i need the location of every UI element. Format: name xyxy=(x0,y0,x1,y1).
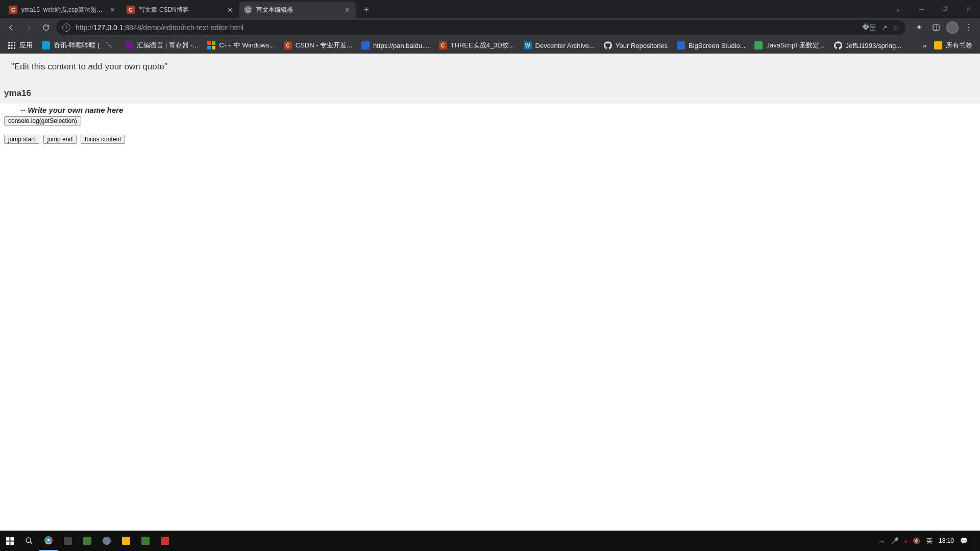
svg-rect-5 xyxy=(14,42,15,43)
bookmark-item[interactable]: CTHREE实战4_3D纹... xyxy=(435,39,518,52)
chevron-right-icon: » xyxy=(923,42,926,49)
tab-1[interactable]: C 写文章-CSDN博客 ✕ xyxy=(121,2,239,18)
close-tab-icon[interactable]: ✕ xyxy=(343,6,351,14)
site-info-icon[interactable]: i xyxy=(62,23,70,32)
start-button[interactable] xyxy=(0,531,19,551)
bookmark-label: BigScreen Studio... xyxy=(689,42,745,49)
taskbar-app[interactable] xyxy=(136,531,155,551)
console-log-button[interactable]: console.log(getSelection) xyxy=(4,116,81,126)
forward-button[interactable] xyxy=(21,20,36,35)
bookmark-label: 应用 xyxy=(19,41,33,50)
jump-start-button[interactable]: jump start xyxy=(4,135,39,144)
apps-icon xyxy=(8,41,16,49)
bookmark-item[interactable]: 汇编语言 | 寄存器 -... xyxy=(121,39,202,52)
search-button[interactable] xyxy=(19,531,39,551)
svg-line-21 xyxy=(30,542,32,544)
svg-rect-10 xyxy=(11,47,13,49)
show-desktop-button[interactable] xyxy=(974,531,977,551)
svg-rect-9 xyxy=(8,47,10,49)
bookmark-item[interactable]: JeffLi1993/spring... xyxy=(830,39,905,52)
bookmark-label: CSDN - 专业开发... xyxy=(296,41,352,50)
favicon-icon: C xyxy=(127,6,135,14)
close-tab-icon[interactable]: ✕ xyxy=(108,6,116,14)
toolbar-right: ✦ ⋮ xyxy=(912,20,976,35)
svg-rect-3 xyxy=(8,42,10,43)
bookmark-label: 资讯-哔哩哔哩 ( ゜-... xyxy=(54,41,116,50)
svg-rect-19 xyxy=(10,541,14,545)
bookmark-label: C++ 中 Windows... xyxy=(219,41,274,50)
tray-chevron-icon[interactable]: ︿ xyxy=(879,537,885,545)
new-tab-button[interactable]: + xyxy=(359,3,374,17)
bookmark-star-icon[interactable]: ☆ xyxy=(893,23,899,32)
taskbar-app[interactable] xyxy=(155,531,175,551)
window-minimize-button[interactable]: — xyxy=(910,2,933,17)
quote-text[interactable]: "Edit this content to add your own quote… xyxy=(11,62,969,72)
editable-region[interactable]: "Edit this content to add your own quote… xyxy=(0,54,980,78)
share-icon[interactable]: ↗ xyxy=(881,23,888,32)
author-name[interactable]: yma16 xyxy=(0,86,980,98)
tab-search-icon[interactable]: ⌄ xyxy=(886,2,910,17)
taskbar-app-explorer[interactable] xyxy=(116,531,136,551)
url-text: http://127.0.0.1:8848/demo/editor/rich-t… xyxy=(76,23,857,32)
close-tab-icon[interactable]: ✕ xyxy=(226,6,234,14)
ime-indicator[interactable]: 英 xyxy=(926,537,933,545)
profile-avatar[interactable] xyxy=(946,21,959,34)
translate-icon[interactable]: �문 xyxy=(862,23,876,32)
tab-0[interactable]: C yma16_web站点,csp算法题目,C... ✕ xyxy=(4,2,121,18)
taskbar-app[interactable] xyxy=(97,531,116,551)
bookmark-label: https://pan.baidu.... xyxy=(373,42,430,49)
address-bar[interactable]: i http://127.0.0.1:8848/demo/editor/rich… xyxy=(56,20,905,35)
bookmark-item[interactable]: 资讯-哔哩哔哩 ( ゜-... xyxy=(38,39,119,52)
bookmark-icon xyxy=(754,41,763,49)
name-placeholder[interactable]: -- Write your own name here xyxy=(0,104,980,115)
tab-2[interactable]: 富文本编辑器 ✕ xyxy=(239,2,356,18)
notifications-icon[interactable]: 💬 xyxy=(960,537,968,544)
sidepanel-icon[interactable] xyxy=(929,20,943,35)
back-button[interactable] xyxy=(4,20,18,35)
reload-button[interactable] xyxy=(39,20,53,35)
author-region: yma16 xyxy=(0,78,980,104)
bookmark-item[interactable]: Your Repositories xyxy=(600,39,671,52)
tray-icon[interactable]: ⬥ xyxy=(904,537,908,544)
bookmark-icon xyxy=(677,41,685,49)
jump-end-button[interactable]: jump end xyxy=(43,135,77,144)
bookmark-item[interactable]: C++ 中 Windows... xyxy=(204,39,278,52)
bookmark-item[interactable]: WDevcenter Archive... xyxy=(520,39,598,52)
microphone-icon[interactable]: 🎤 xyxy=(891,537,899,544)
url-scheme: http:// xyxy=(76,23,93,32)
bookmarks-overflow[interactable]: » xyxy=(921,40,928,52)
bookmark-item[interactable]: https://pan.baidu.... xyxy=(358,39,433,52)
bookmark-item[interactable]: JavaScript 函数定... xyxy=(751,39,828,52)
taskbar-app[interactable] xyxy=(58,531,78,551)
menu-icon[interactable]: ⋮ xyxy=(962,20,976,35)
window-close-button[interactable]: ✕ xyxy=(957,2,980,17)
window-controls: ⌄ — ❐ ✕ xyxy=(886,0,980,18)
svg-rect-12 xyxy=(207,41,211,45)
apps-button[interactable]: 应用 xyxy=(4,39,36,52)
taskbar-app-chrome[interactable] xyxy=(39,531,58,551)
svg-point-20 xyxy=(26,538,31,542)
windows-taskbar: ︿ 🎤 ⬥ 🔇 英 18:10 💬 xyxy=(0,531,980,551)
page-content: "Edit this content to add your own quote… xyxy=(0,54,980,531)
bookmark-label: JavaScript 函数定... xyxy=(766,41,824,50)
system-tray[interactable]: 🎤 ⬥ 🔇 xyxy=(891,537,920,544)
bookmark-item[interactable]: BigScreen Studio... xyxy=(673,39,749,52)
focus-content-button[interactable]: focus content xyxy=(81,135,125,144)
extensions-icon[interactable]: ✦ xyxy=(912,20,926,35)
window-maximize-button[interactable]: ❐ xyxy=(933,2,957,17)
github-icon xyxy=(604,41,612,49)
clock[interactable]: 18:10 xyxy=(939,537,954,544)
svg-point-0 xyxy=(246,8,250,12)
taskbar-left xyxy=(0,531,175,551)
volume-muted-icon[interactable]: 🔇 xyxy=(913,537,920,544)
github-icon xyxy=(834,41,842,49)
bookmark-icon: C xyxy=(439,41,447,49)
taskbar-app[interactable] xyxy=(78,531,97,551)
bookmark-item[interactable]: CCSDN - 专业开发... xyxy=(280,39,356,52)
url-host: 127.0.0.1 xyxy=(93,23,123,32)
favicon-icon: C xyxy=(9,6,17,14)
browser-toolbar: i http://127.0.0.1:8848/demo/editor/rich… xyxy=(0,18,980,37)
taskbar-right: ︿ 🎤 ⬥ 🔇 英 18:10 💬 xyxy=(879,531,980,551)
all-bookmarks[interactable]: 所有书签 xyxy=(930,39,976,52)
svg-rect-8 xyxy=(14,45,15,46)
